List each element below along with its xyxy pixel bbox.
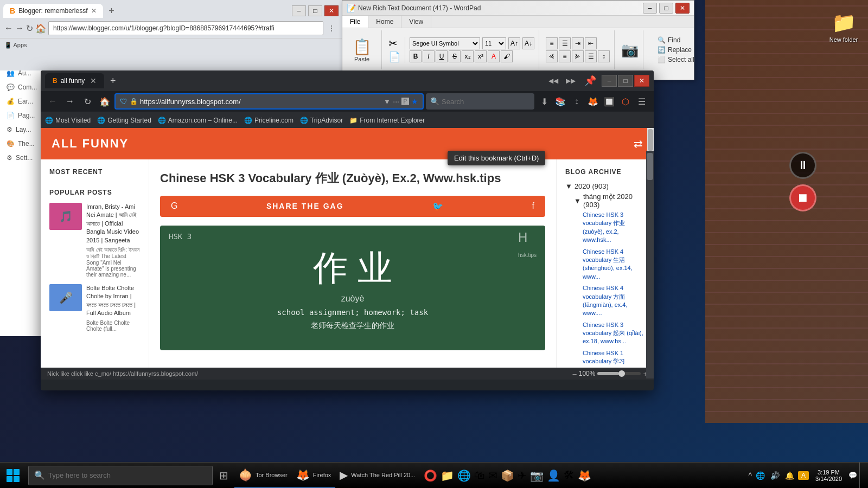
bookmark-star-icon[interactable]: ★ bbox=[411, 97, 418, 106]
list-bullet-btn[interactable]: ☰ bbox=[559, 37, 571, 49]
chrome-new-tab-btn[interactable]: + bbox=[104, 3, 119, 18]
refresh-button[interactable]: ↻ bbox=[80, 94, 95, 109]
font-size-select[interactable]: 11 bbox=[482, 37, 506, 49]
cut-icon[interactable]: ✂ bbox=[388, 37, 400, 50]
chrome-close-btn[interactable]: ✕ bbox=[324, 5, 339, 16]
wordpad-maximize-btn[interactable]: □ bbox=[659, 3, 673, 14]
firefox-minimize-btn[interactable]: – bbox=[602, 75, 617, 87]
show-hidden-icon[interactable]: ^ bbox=[748, 471, 752, 480]
font-name-select[interactable]: Segoe UI Symbol bbox=[410, 37, 480, 49]
firefox-account-icon[interactable]: 🦊 bbox=[585, 94, 601, 109]
superscript-btn[interactable]: x² bbox=[475, 50, 487, 62]
chrome-address-bar[interactable]: https://www.blogger.com/u/1/blogger.g?bl… bbox=[48, 21, 323, 35]
amazon-icon[interactable]: 📦 bbox=[501, 469, 514, 482]
sync-icon[interactable]: ↕ bbox=[569, 94, 584, 109]
taskbar-clock[interactable]: 3:19 PM 3/14/2020 bbox=[811, 468, 846, 483]
firefox-scrollbar[interactable] bbox=[646, 151, 654, 378]
pocket-icon[interactable]: 🅿 bbox=[401, 97, 409, 106]
wordpad-tab-file[interactable]: File bbox=[342, 16, 368, 28]
download-icon[interactable]: ⬇ bbox=[537, 94, 552, 109]
taskbar-search-bar[interactable]: 🔍 bbox=[28, 466, 213, 485]
bookmark-tripadvisor[interactable]: 🌐 TripAdvisor bbox=[300, 117, 343, 124]
align-justify-btn[interactable]: ☰ bbox=[585, 50, 597, 62]
chrome-maximize-btn[interactable]: □ bbox=[308, 5, 322, 16]
back-button[interactable]: ← bbox=[45, 94, 60, 109]
decrease-font-btn[interactable]: A↓ bbox=[522, 37, 534, 49]
taskbar-app-tor[interactable]: 🧅 Tor Browser bbox=[234, 463, 292, 489]
archive-2020[interactable]: ▼ 2020 (903) bbox=[565, 182, 645, 190]
subscript-btn[interactable]: x₂ bbox=[462, 50, 474, 62]
line-spacing-btn[interactable]: ↕ bbox=[598, 50, 610, 62]
firefox-search-bar[interactable]: 🔍 bbox=[426, 93, 534, 110]
strikethrough-btn[interactable]: S bbox=[449, 50, 461, 62]
firefox-pin-btn[interactable]: 📌 bbox=[580, 74, 601, 88]
chrome-tab-close[interactable]: ✕ bbox=[91, 7, 97, 15]
firefox-scrollbar-thumb[interactable] bbox=[647, 153, 653, 180]
sidebar-icon[interactable]: 📚 bbox=[553, 94, 568, 109]
paste-btn[interactable]: 📋 Paste bbox=[347, 33, 377, 67]
chrome-home-btn[interactable]: 🏠 bbox=[35, 23, 46, 34]
file-explorer-icon[interactable]: 📁 bbox=[441, 469, 454, 482]
underline-btn[interactable]: U bbox=[436, 50, 448, 62]
wordpad-minimize-btn[interactable]: – bbox=[643, 3, 657, 14]
replace-btn[interactable]: 🔄 Replace bbox=[654, 45, 698, 55]
italic-btn[interactable]: I bbox=[423, 50, 435, 62]
archive-post-3[interactable]: Chinese HSK 4 vocabulary 方面 (fāngmiàn), … bbox=[583, 284, 645, 318]
bookmark-amazon[interactable]: 🌐 Amazon.com – Online... bbox=[158, 117, 238, 124]
chrome-forward-btn[interactable]: → bbox=[15, 23, 24, 33]
task-view-btn[interactable]: ⊞ bbox=[213, 463, 234, 489]
bookmark-priceline[interactable]: 🌐 Priceline.com bbox=[244, 117, 293, 124]
address-bar-menu[interactable]: ··· bbox=[393, 97, 399, 106]
wordpad-close-btn[interactable]: ✕ bbox=[675, 3, 690, 14]
hamburger-menu[interactable]: ☰ bbox=[634, 94, 649, 109]
tripadvisor-taskbar-icon[interactable]: ✈ bbox=[518, 469, 527, 482]
stop-button[interactable]: ⏹ bbox=[789, 184, 816, 211]
archive-post-2[interactable]: Chinese HSK 4 vocabulary 生活 (shēnghuó), … bbox=[583, 248, 645, 281]
firefox-tab-all-funny[interactable]: B all funny ✕ bbox=[45, 73, 104, 88]
firefox-restore-btn[interactable]: □ bbox=[618, 75, 633, 87]
cortana-icon[interactable]: ⭕ bbox=[424, 469, 437, 482]
address-bar-dropdown[interactable]: ▼ bbox=[383, 97, 391, 106]
chrome-tab-blogger[interactable]: B Blogger: rememberlessf ✕ bbox=[3, 4, 103, 18]
indent-less-btn[interactable]: ⇤ bbox=[585, 37, 597, 49]
volume-icon[interactable]: 🔊 bbox=[769, 471, 781, 480]
archive-month-jan[interactable]: ▼ tháng một 2020 (903) bbox=[574, 192, 645, 209]
firefox-taskbar-icon[interactable]: 🦊 bbox=[578, 469, 591, 482]
firefox-nav-back-btn[interactable]: ◀◀ bbox=[545, 76, 561, 86]
forward-button[interactable]: → bbox=[62, 94, 78, 109]
chrome-minimize-btn[interactable]: – bbox=[292, 5, 306, 16]
social-icon[interactable]: 👤 bbox=[547, 469, 560, 482]
select-all-btn[interactable]: ⬜ Select all bbox=[654, 55, 698, 65]
highlight-btn[interactable]: 🖌 bbox=[501, 50, 513, 62]
notification-center-btn[interactable]: 💬 bbox=[848, 471, 857, 479]
align-center-btn[interactable]: ≡ bbox=[559, 50, 571, 62]
indent-more-btn[interactable]: ⇥ bbox=[572, 37, 584, 49]
search-input[interactable] bbox=[442, 98, 533, 106]
ie-icon[interactable]: 🌐 bbox=[457, 469, 471, 482]
show-desktop-btn[interactable] bbox=[859, 463, 864, 489]
bold-btn[interactable]: B bbox=[410, 50, 422, 62]
wordpad-tab-view[interactable]: View bbox=[401, 16, 431, 28]
start-button[interactable] bbox=[0, 463, 26, 489]
archive-post-5[interactable]: Chinese HSK 1 vocabulary 学习 (xuéxí), ex.… bbox=[583, 349, 645, 368]
chrome-extensions-btn[interactable]: ⋮ bbox=[326, 24, 337, 33]
align-right-btn[interactable]: ⫸ bbox=[572, 50, 584, 62]
share-twitter-btn[interactable]: 🐦 bbox=[432, 201, 443, 211]
firefox-tab-close[interactable]: ✕ bbox=[90, 76, 97, 85]
archive-post-1[interactable]: Chinese HSK 3 vocabulary 作业 (zuòyè), ex.… bbox=[583, 211, 645, 245]
tools-icon[interactable]: 🛠 bbox=[564, 469, 575, 481]
container-icon[interactable]: 🔲 bbox=[602, 94, 617, 109]
insert-icon[interactable]: 📷 bbox=[621, 42, 639, 59]
mail-icon[interactable]: ✉ bbox=[488, 469, 497, 482]
address-bar[interactable]: 🛡 🔒 https://allfunnyrss.blogspot.com/ ▼ … bbox=[114, 93, 424, 110]
extension-icon[interactable]: ⬡ bbox=[618, 94, 633, 109]
bookmark-from-ie[interactable]: 📁 From Internet Explorer bbox=[349, 117, 425, 124]
archive-post-4[interactable]: Chinese HSK 3 vocabulary 起来 (qǐlái), ex.… bbox=[583, 321, 645, 346]
shuffle-icon[interactable]: ⇄ bbox=[634, 137, 643, 150]
wordpad-tab-home[interactable]: Home bbox=[368, 16, 401, 28]
camera-icon[interactable]: 📷 bbox=[530, 469, 544, 482]
increase-font-btn[interactable]: A↑ bbox=[508, 37, 520, 49]
firefox-close-btn[interactable]: ✕ bbox=[634, 75, 649, 87]
font-color-btn[interactable]: A bbox=[488, 50, 500, 62]
chrome-refresh-btn[interactable]: ↻ bbox=[26, 23, 33, 34]
